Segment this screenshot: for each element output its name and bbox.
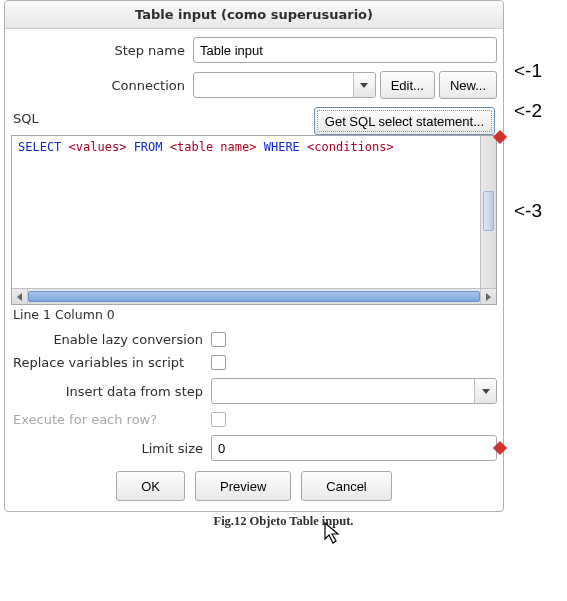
label-replace: Replace variables in script bbox=[11, 355, 211, 370]
figure-wrapper: Table input (como superusuario) Step nam… bbox=[0, 0, 567, 601]
sql-ph-values: <values> bbox=[69, 140, 127, 154]
label-insert-from: Insert data from step bbox=[11, 384, 211, 399]
insert-from-combo-button[interactable] bbox=[474, 379, 496, 403]
label-exec-each: Execute for each row? bbox=[11, 412, 211, 427]
insert-from-combo[interactable] bbox=[211, 378, 497, 404]
triangle-left-icon bbox=[17, 293, 22, 301]
connection-combo[interactable] bbox=[193, 72, 376, 98]
row-exec-each: Execute for each row? bbox=[11, 412, 497, 427]
field-limit bbox=[211, 435, 497, 461]
label-limit: Limit size bbox=[11, 441, 211, 456]
sql-body: SELECT <values> FROM <table name> WHERE … bbox=[12, 136, 496, 288]
replace-checkbox[interactable] bbox=[211, 355, 226, 370]
row-step-name: Step name bbox=[11, 37, 497, 63]
chevron-down-icon bbox=[360, 83, 368, 88]
cancel-button[interactable]: Cancel bbox=[301, 471, 391, 501]
cursor-position: Line 1 Column 0 bbox=[13, 307, 495, 322]
row-limit: Limit size bbox=[11, 435, 497, 461]
ok-button[interactable]: OK bbox=[116, 471, 185, 501]
exec-each-checkbox bbox=[211, 412, 226, 427]
sql-vertical-scrollbar[interactable] bbox=[480, 136, 496, 288]
get-sql-button[interactable]: Get SQL select statement... bbox=[314, 107, 495, 135]
annotation-2: <-2 bbox=[514, 100, 542, 122]
field-insert-from bbox=[211, 378, 497, 404]
label-sql: SQL bbox=[13, 111, 39, 126]
figure-caption: Fig.12 Objeto Table input. bbox=[0, 514, 567, 529]
label-lazy: Enable lazy conversion bbox=[11, 332, 211, 347]
dialog: Table input (como superusuario) Step nam… bbox=[4, 0, 504, 512]
dialog-content: Step name Connection Edit... New... bbox=[5, 29, 503, 511]
row-sql-header: SQL Get SQL select statement... bbox=[11, 107, 497, 135]
annotation-1: <-1 bbox=[514, 60, 542, 82]
button-row: OK Preview Cancel bbox=[11, 471, 497, 501]
row-replace: Replace variables in script bbox=[11, 355, 497, 370]
limit-input[interactable] bbox=[211, 435, 497, 461]
sql-kw-select: SELECT bbox=[18, 140, 61, 154]
preview-button[interactable]: Preview bbox=[195, 471, 291, 501]
sql-ph-table: <table name> bbox=[170, 140, 257, 154]
sql-ph-cond: <conditions> bbox=[307, 140, 394, 154]
row-connection: Connection Edit... New... bbox=[11, 71, 497, 99]
scroll-left-button[interactable] bbox=[12, 289, 28, 304]
sql-textarea[interactable]: SELECT <values> FROM <table name> WHERE … bbox=[12, 136, 480, 288]
chevron-down-icon bbox=[482, 389, 490, 394]
connection-combo-button[interactable] bbox=[353, 73, 375, 97]
label-step-name: Step name bbox=[11, 43, 193, 58]
connection-combo-text bbox=[194, 73, 353, 97]
field-step-name bbox=[193, 37, 497, 63]
sql-area: SELECT <values> FROM <table name> WHERE … bbox=[11, 135, 497, 305]
step-name-input[interactable] bbox=[193, 37, 497, 63]
insert-from-combo-text bbox=[212, 379, 474, 403]
row-lazy: Enable lazy conversion bbox=[11, 332, 497, 347]
new-button[interactable]: New... bbox=[439, 71, 497, 99]
row-insert-from: Insert data from step bbox=[11, 378, 497, 404]
lazy-checkbox[interactable] bbox=[211, 332, 226, 347]
scrollbar-thumb[interactable] bbox=[483, 191, 494, 231]
field-connection: Edit... New... bbox=[193, 71, 497, 99]
sql-horizontal-scrollbar[interactable] bbox=[12, 288, 496, 304]
hscroll-track[interactable] bbox=[28, 291, 480, 302]
label-connection: Connection bbox=[11, 78, 193, 93]
edit-button[interactable]: Edit... bbox=[380, 71, 435, 99]
sql-kw-where: WHERE bbox=[264, 140, 300, 154]
scroll-right-button[interactable] bbox=[480, 289, 496, 304]
sql-area-container: SELECT <values> FROM <table name> WHERE … bbox=[11, 135, 497, 305]
annotation-3: <-3 bbox=[514, 200, 542, 222]
sql-kw-from: FROM bbox=[134, 140, 163, 154]
triangle-right-icon bbox=[486, 293, 491, 301]
title-bar: Table input (como superusuario) bbox=[5, 1, 503, 29]
